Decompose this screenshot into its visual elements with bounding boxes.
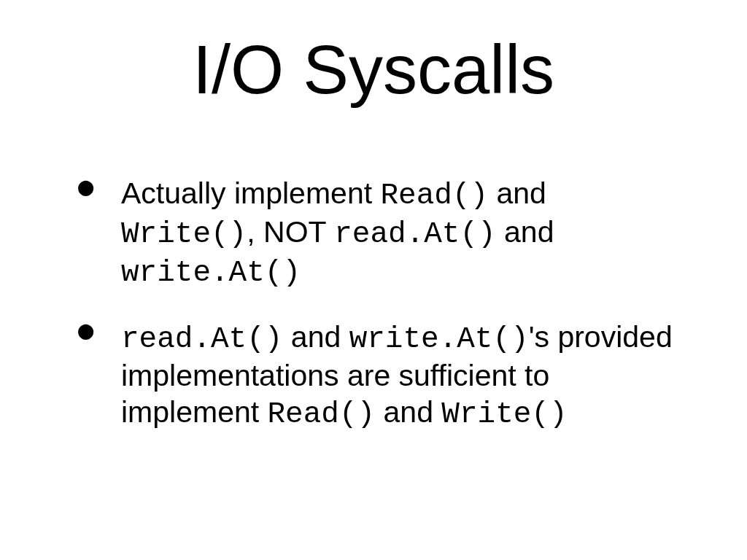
code-run: write.At(): [349, 322, 529, 356]
text-run: , NOT: [247, 215, 334, 249]
text-run: and: [282, 320, 349, 354]
code-run: Read(): [268, 397, 376, 431]
text-run: and: [496, 215, 554, 249]
code-run: read.At(): [121, 322, 282, 356]
code-run: Read(): [380, 179, 488, 212]
list-item: read.At() and write.At()'s provided impl…: [71, 319, 677, 432]
slide-title: I/O Syscalls: [0, 31, 747, 109]
text-run: and: [375, 395, 441, 429]
text-run: and: [488, 176, 546, 210]
code-run: Write(): [441, 397, 567, 431]
code-run: write.At(): [121, 256, 301, 289]
code-run: Write(): [121, 217, 247, 251]
text-run: Actually implement: [121, 176, 380, 210]
code-run: read.At(): [334, 217, 495, 251]
bullet-list: Actually implement Read() and Write(), N…: [71, 175, 677, 432]
slide: I/O Syscalls Actually implement Read() a…: [0, 0, 747, 560]
slide-body: Actually implement Read() and Write(), N…: [71, 175, 677, 460]
list-item: Actually implement Read() and Write(), N…: [71, 175, 677, 291]
